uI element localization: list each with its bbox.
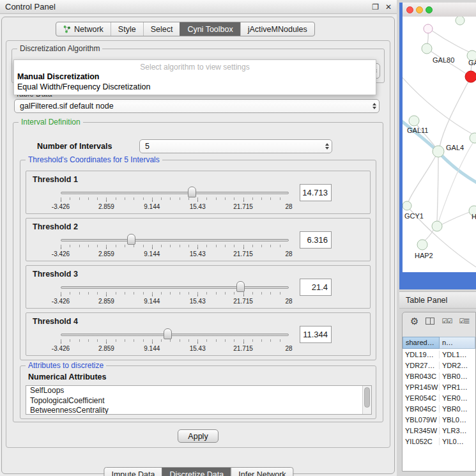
threshold-label: Threshold 1 <box>33 175 78 184</box>
list-item[interactable]: SelfLoops <box>26 386 371 396</box>
network-node[interactable] <box>424 24 433 33</box>
slider-tick-labels: -3.426 2.859 9.144 15.43 21.715 28 <box>61 298 289 305</box>
cell[interactable]: YBR0… <box>440 372 475 380</box>
cell[interactable]: YPR1… <box>440 383 475 391</box>
cell[interactable]: YLR3… <box>440 427 475 434</box>
cell[interactable]: YBL079W <box>403 416 440 424</box>
tab-select[interactable]: Select <box>143 22 180 36</box>
number-of-intervals-select[interactable]: 5 <box>139 139 332 153</box>
tick-label: 15.43 <box>190 345 206 352</box>
table-row[interactable]: YBR045CYBR0… <box>403 403 475 414</box>
table-data-select[interactable]: galFiltered.sif default node <box>14 99 380 113</box>
threshold-slider[interactable]: -3.426 2.859 9.144 15.43 21.715 28 <box>61 185 289 213</box>
slider-minor-ticks <box>61 245 289 247</box>
table-row[interactable]: YLR345WYLR3… <box>403 425 475 436</box>
attributes-list[interactable]: SelfLoops TopologicalCoefficient Between… <box>26 385 372 415</box>
column-header-shared-name[interactable]: shared… <box>403 337 440 349</box>
table-panel-bar[interactable]: Table Panel <box>399 291 476 309</box>
list-scrollbar[interactable] <box>362 386 371 414</box>
cell[interactable]: YLR345W <box>403 427 440 434</box>
table-row[interactable]: YPR145WYPR1… <box>403 381 475 392</box>
tab-style[interactable]: Style <box>111 22 143 36</box>
slider-track[interactable] <box>61 239 289 242</box>
table-row[interactable]: YDL19…YDL1… <box>403 349 475 360</box>
tab-network[interactable]: Network <box>56 22 111 36</box>
slider-thumb[interactable] <box>188 187 196 197</box>
cell[interactable]: YDR27… <box>403 362 440 369</box>
gear-icon[interactable]: ⚙ <box>410 316 418 326</box>
cell[interactable]: YBR0… <box>440 405 475 413</box>
cell[interactable]: YER054C <box>403 394 440 402</box>
slider-track[interactable] <box>61 192 289 194</box>
network-node[interactable] <box>470 133 476 143</box>
cell[interactable]: YIL0… <box>440 438 475 445</box>
minimize-traffic-icon[interactable] <box>416 6 423 13</box>
cell[interactable]: YBR043C <box>403 372 440 380</box>
dropdown-option-equal-width[interactable]: Equal Width/Frequency Discretization <box>14 82 376 92</box>
threshold-value-field[interactable]: 6.316 <box>300 231 332 249</box>
zoom-traffic-icon[interactable] <box>426 6 433 13</box>
tab-discretize-data[interactable]: Discretize Data <box>162 468 231 476</box>
panel-title: Control Panel <box>5 2 365 12</box>
slider-track[interactable] <box>61 334 289 336</box>
cell[interactable]: YDL1… <box>440 351 475 358</box>
tab-impute-data[interactable]: Impute Data <box>104 468 162 476</box>
network-node-highlighted[interactable] <box>465 71 476 82</box>
list-item[interactable]: TopologicalCoefficient <box>26 396 371 406</box>
slider-tick-labels: -3.426 2.859 9.144 15.43 21.715 28 <box>61 345 289 353</box>
tab-jactivemnodules[interactable]: jActiveMNodules <box>240 22 314 36</box>
column-header-name[interactable]: n… <box>440 337 475 349</box>
select-all-icon[interactable]: ☑☑ <box>441 318 452 325</box>
threshold-slider[interactable]: -3.426 2.859 9.144 15.43 21.715 28 <box>61 233 289 261</box>
tick-label: -3.426 <box>52 250 70 257</box>
close-traffic-icon[interactable] <box>406 6 413 13</box>
table-row[interactable]: YBR043CYBR0… <box>403 371 475 381</box>
tab-cyni-toolbox[interactable]: Cyni Toolbox <box>180 22 240 36</box>
cell[interactable]: YDL19… <box>403 351 440 358</box>
network-node[interactable] <box>422 43 432 54</box>
network-node[interactable] <box>433 146 444 157</box>
tick-label: 2.859 <box>98 345 114 352</box>
threshold-slider[interactable]: -3.426 2.859 9.144 15.43 21.715 28 <box>61 280 289 308</box>
cell[interactable]: YDR2… <box>440 362 475 369</box>
slider-thumb[interactable] <box>164 328 172 339</box>
network-node-label: GA <box>468 59 476 66</box>
network-node[interactable] <box>456 17 464 25</box>
network-node[interactable] <box>409 116 419 126</box>
cell[interactable]: YPR145W <box>403 383 440 391</box>
network-node[interactable] <box>417 240 427 250</box>
table-panel-title: Table Panel <box>406 296 447 305</box>
threshold-value-field[interactable]: 21.4 <box>300 279 332 296</box>
apply-button[interactable]: Apply <box>178 429 219 443</box>
slider-thumb[interactable] <box>127 234 135 245</box>
threshold-value-field[interactable]: 11.344 <box>300 326 332 343</box>
table-data-value: galFiltered.sif default node <box>20 102 114 111</box>
list-item[interactable]: BetweennessCentrality <box>26 406 371 415</box>
cell[interactable]: YBL0… <box>440 416 475 424</box>
dropdown-option-manual[interactable]: Manual Discretization <box>14 72 376 82</box>
cell[interactable]: YBR045C <box>403 405 440 413</box>
scrollbar-thumb[interactable] <box>364 387 370 408</box>
float-icon[interactable]: ❐ <box>372 3 379 11</box>
network-node[interactable] <box>432 221 442 231</box>
columns-icon[interactable] <box>426 318 434 325</box>
row-select-icon[interactable]: ☑☰ <box>459 318 469 325</box>
slider-thumb[interactable] <box>236 281 245 292</box>
table-row[interactable]: YBL079WYBL0… <box>403 414 475 425</box>
top-tab-strip: Network Style Select Cyni Toolbox jActiv… <box>56 22 315 36</box>
table-body[interactable]: YDL19…YDL1… YDR27…YDR2… YBR043CYBR0… YPR… <box>403 349 475 471</box>
tab-infer-network[interactable]: Infer Network <box>231 468 293 476</box>
threshold-slider[interactable]: -3.426 2.859 9.144 15.43 21.715 28 <box>61 327 289 355</box>
cell[interactable]: YER0… <box>440 394 475 402</box>
threshold-value-field[interactable]: 14.713 <box>300 184 332 201</box>
close-icon[interactable]: ✕ <box>385 3 392 11</box>
table-row[interactable]: YER054CYER0… <box>403 392 475 403</box>
slider-track[interactable] <box>61 286 289 289</box>
network-canvas[interactable]: GAL80 GA GAL11 GAL4 GCY1 HAP2 H <box>403 17 476 272</box>
tick-label: 2.859 <box>98 203 114 210</box>
number-of-intervals-value: 5 <box>145 142 150 151</box>
table-row[interactable]: YDR27…YDR2… <box>403 360 475 371</box>
network-node[interactable] <box>403 201 411 210</box>
table-row[interactable]: YIL052CYIL0… <box>403 436 475 447</box>
cell[interactable]: YIL052C <box>403 438 440 445</box>
